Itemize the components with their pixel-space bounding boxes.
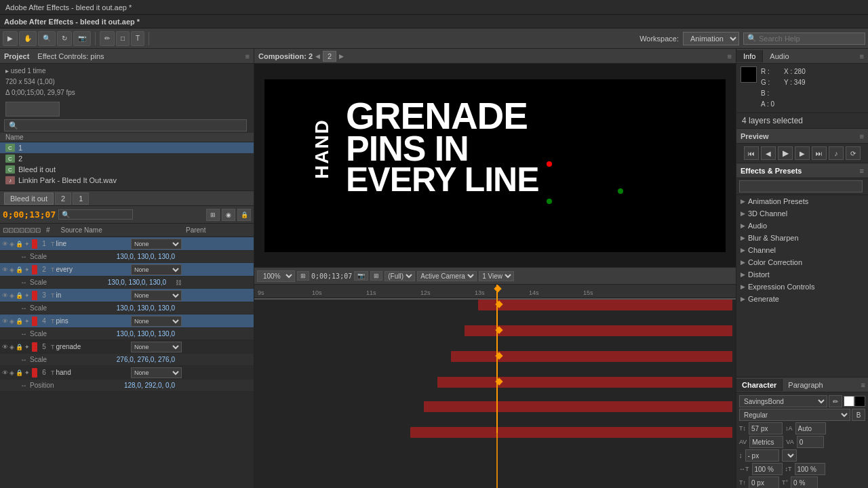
pen-tool[interactable]: ✏ [100, 31, 115, 46]
font-style-btn[interactable]: B [852, 409, 865, 421]
effect-controls-title[interactable]: Effect Controls: pins [37, 52, 104, 60]
camera-tool[interactable]: 📷 [73, 31, 91, 46]
lock-icon-2[interactable]: 🔒 [16, 266, 23, 273]
tab-1[interactable]: 1 [73, 192, 89, 205]
eye-icon-6[interactable]: 👁 [2, 369, 8, 376]
timeline-timecode[interactable]: 0;00;13;07 [3, 209, 56, 220]
leading-input[interactable] [795, 422, 826, 434]
list-item[interactable]: ▶ Color Correction [736, 256, 868, 268]
quality-icon-3[interactable]: ✦ [24, 292, 30, 299]
lock-icon[interactable]: 🔒 [16, 241, 23, 247]
quality-icon-2[interactable]: ✦ [24, 266, 30, 273]
eye-icon[interactable]: 👁 [2, 241, 8, 247]
project-title[interactable]: Project [4, 52, 29, 60]
tracking-input[interactable] [797, 436, 824, 448]
project-item-audio[interactable]: ♪ Linkin Park - Bleed It Out.wav [0, 175, 254, 186]
table-row[interactable]: 👁 ◈ 🔒 ✦ 1 T line None [0, 237, 254, 251]
scale-value-1[interactable]: 130,0, 130,0, 130,0 [117, 253, 175, 260]
shape-tool[interactable]: □ [116, 31, 130, 46]
list-item[interactable]: ▶ 3D Channel [736, 207, 868, 220]
paragraph-tab[interactable]: Paragraph [783, 379, 828, 391]
table-row[interactable]: 👁 ◈ 🔒 ✦ 2 T every None [0, 263, 254, 277]
project-panel-menu[interactable]: ≡ [245, 52, 250, 60]
view-select[interactable]: 1 View [479, 271, 514, 281]
camera-select[interactable]: Active Camera [417, 271, 477, 281]
eye-icon-3[interactable]: 👁 [2, 292, 8, 299]
layer-buttons[interactable]: ⊞ [206, 209, 220, 221]
project-item-bleed[interactable]: C Bleed it out [0, 164, 254, 175]
project-item[interactable]: C 1 [0, 142, 254, 153]
vert-scale-input2[interactable] [795, 463, 825, 475]
rotate-tool[interactable]: ↻ [57, 31, 72, 46]
horiz-scale-input[interactable] [752, 463, 783, 475]
baseline-select[interactable] [782, 449, 797, 462]
font-size-input[interactable] [749, 422, 783, 434]
solo-btn[interactable]: ◉ [222, 209, 235, 221]
quality-icon-5[interactable]: ✦ [24, 344, 30, 350]
tab-audio[interactable]: Audio [763, 50, 795, 62]
project-item[interactable]: C 2 [0, 153, 254, 164]
resolution-btn[interactable]: ⊞ [297, 271, 309, 281]
effects-panel-menu[interactable]: ≡ [860, 167, 864, 175]
table-row[interactable]: 👁 ◈ 🔒 ✦ 5 T grenade None [0, 340, 254, 354]
prev-play-btn[interactable]: ▶ [778, 146, 793, 160]
parent-select-6[interactable]: None [131, 367, 182, 378]
eye-icon-5[interactable]: 👁 [2, 344, 8, 350]
quality-select[interactable]: (Full) [384, 271, 415, 281]
list-item[interactable]: ▶ Blur & Sharpen [736, 232, 868, 244]
camera-icon-btn[interactable]: 📷 [354, 271, 368, 281]
prev-loop-btn[interactable]: ⟳ [846, 146, 861, 160]
list-item[interactable]: ▶ Audio [736, 220, 868, 232]
table-row[interactable]: 👁 ◈ 🔒 ✦ 6 T hand None [0, 366, 254, 380]
eye-icon-4[interactable]: 👁 [2, 318, 8, 325]
scale-value-3[interactable]: 130,0, 130,0, 130,0 [117, 304, 175, 312]
effects-search[interactable] [739, 180, 863, 192]
kerning-input[interactable] [749, 436, 783, 448]
lock-btn[interactable]: 🔒 [237, 209, 251, 221]
tl-bar-2[interactable] [465, 325, 732, 336]
scale-value-4[interactable]: 130,0, 130,0, 130,0 [117, 330, 175, 338]
list-item[interactable]: ▶ Distort [736, 268, 868, 281]
parent-select-5[interactable]: None [131, 342, 182, 352]
scale-value-2[interactable]: 130,0, 130,0, 130,0 [108, 279, 166, 286]
comp-back-icon[interactable]: ◀ [315, 53, 320, 60]
char-tab[interactable]: Character [736, 379, 783, 391]
list-item[interactable]: ▶ Generate [736, 293, 868, 305]
parent-select-1[interactable]: None [131, 239, 182, 249]
parent-select-4[interactable]: None [131, 316, 182, 327]
tab-bleed-it-out[interactable]: Bleed it out [4, 192, 54, 205]
zoom-tool[interactable]: 🔍 [38, 31, 56, 46]
hand-tool[interactable]: ✋ [19, 31, 37, 46]
comp-panel-menu[interactable]: ≡ [728, 52, 732, 60]
char-color-swatch-black[interactable] [854, 396, 865, 407]
tl-bar-6[interactable] [410, 427, 732, 438]
vert-scale-input[interactable] [745, 449, 779, 462]
prev-first-btn[interactable]: ⏮ [744, 146, 759, 160]
lock-icon-5[interactable]: 🔒 [16, 344, 23, 350]
lock-icon-4[interactable]: 🔒 [16, 318, 23, 325]
tsumi-input[interactable] [791, 476, 818, 488]
baseline-shift-input[interactable] [749, 476, 779, 488]
info-panel-menu[interactable]: ≡ [856, 52, 868, 60]
prev-audio-btn[interactable]: ♪ [829, 146, 844, 160]
table-row[interactable]: 👁 ◈ 🔒 ✦ 3 T in None [0, 289, 254, 302]
parent-select-2[interactable]: None [131, 264, 182, 275]
quality-icon-4[interactable]: ✦ [24, 318, 30, 325]
workspace-selector[interactable]: Animation [683, 32, 739, 45]
comp-num-tab[interactable]: 2 [323, 51, 336, 62]
scale-value-5[interactable]: 276,0, 276,0, 276,0 [117, 356, 175, 363]
lock-icon-6[interactable]: 🔒 [16, 369, 23, 376]
grid-btn[interactable]: ⊞ [370, 271, 382, 281]
timeline-search[interactable] [58, 209, 133, 220]
tab-2[interactable]: 2 [55, 192, 71, 205]
text-tool[interactable]: T [131, 31, 144, 46]
project-search[interactable] [4, 119, 247, 131]
prev-prev-btn[interactable]: ◀ [761, 146, 776, 160]
search-input[interactable] [743, 33, 865, 45]
prev-next-btn[interactable]: ▶ [795, 146, 810, 160]
list-item[interactable]: ▶ Channel [736, 244, 868, 256]
tl-bar-1[interactable] [478, 300, 732, 310]
pos-value-6[interactable]: 128,0, 292,0, 0,0 [124, 382, 175, 389]
prev-last-btn[interactable]: ⏭ [812, 146, 827, 160]
char-color-swatch-white[interactable] [844, 396, 854, 407]
